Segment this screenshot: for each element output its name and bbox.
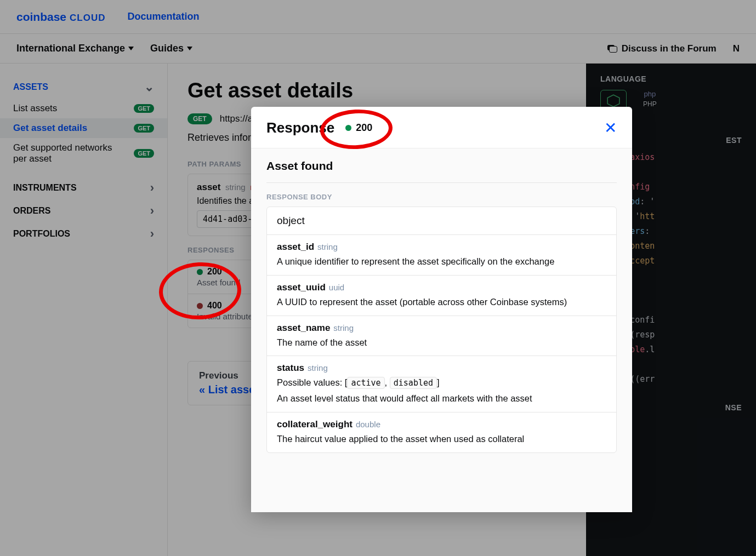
- schema-type: object: [267, 207, 616, 235]
- prop-desc: The name of the asset: [277, 336, 606, 349]
- modal-status-code: 200: [345, 122, 372, 134]
- sidebar-item-list-assets[interactable]: List assets GET: [0, 99, 167, 118]
- sidebar-section-instruments[interactable]: INSTRUMENTS ›: [0, 176, 167, 199]
- php-icon: php: [644, 90, 656, 98]
- modal-title: Response: [266, 119, 334, 136]
- logo-sub: CLOUD: [70, 13, 105, 24]
- method-badge: GET: [134, 149, 154, 158]
- prop-desc: A UUID to represent the asset (portable …: [277, 295, 606, 309]
- prop-enum: Possible values: [active, disabled]: [277, 376, 606, 389]
- logo-main: coinbase: [16, 10, 66, 24]
- caret-down-icon: [187, 47, 192, 50]
- forum-link[interactable]: Discuss in the Forum: [607, 43, 717, 54]
- chevron-right-icon: ›: [150, 227, 154, 241]
- method-pill: GET: [187, 113, 212, 124]
- schema-prop: statusstringPossible values: [active, di…: [267, 356, 616, 412]
- method-badge: GET: [134, 104, 154, 113]
- top-header: coinbase CLOUD Documentation: [0, 0, 756, 34]
- language-label: LANGUAGE: [600, 74, 742, 83]
- schema-prop: asset_namestringThe name of the asset: [267, 316, 616, 357]
- sidebar-section-portfolios[interactable]: PORTFOLIOS ›: [0, 222, 167, 245]
- prop-desc: A unique identifier to represent the ass…: [277, 255, 606, 268]
- schema-prop: collateral_weightdoubleThe haircut value…: [267, 412, 616, 452]
- prop-type: uuid: [329, 283, 344, 292]
- status-dot-green: [345, 125, 351, 131]
- prop-type: string: [333, 323, 354, 333]
- nav-cut-right: N: [733, 43, 740, 54]
- sidebar-section-assets[interactable]: ASSETS ⌄: [0, 76, 167, 99]
- sidebar-section-orders[interactable]: ORDERS ›: [0, 199, 167, 222]
- caret-down-icon: [128, 47, 134, 50]
- nav-international-exchange[interactable]: International Exchange: [16, 43, 134, 54]
- page-title: Get asset details: [187, 79, 566, 102]
- logo[interactable]: coinbase CLOUD: [16, 10, 106, 24]
- param-type: string: [225, 182, 246, 192]
- schema-prop: asset_idstringA unique identifier to rep…: [267, 235, 616, 276]
- nav-guides[interactable]: Guides: [150, 43, 192, 54]
- chevron-right-icon: ›: [150, 181, 154, 195]
- modal-body: Asset found RESPONSE BODY object asset_i…: [251, 148, 632, 512]
- node-icon: [606, 94, 621, 108]
- status-dot-red: [197, 303, 203, 309]
- modal-subtitle: Asset found: [266, 159, 617, 183]
- prop-type: string: [308, 363, 328, 372]
- sub-header: International Exchange Guides Discuss in…: [0, 34, 756, 64]
- forum-icon: [607, 45, 617, 53]
- param-name: asset: [197, 182, 220, 192]
- prop-name: collateral_weight: [277, 419, 353, 429]
- prop-name: asset_uuid: [277, 282, 326, 293]
- prop-name: status: [277, 363, 304, 373]
- response-body-label: RESPONSE BODY: [266, 193, 617, 201]
- prop-desc: The haircut value applied to the asset w…: [277, 432, 606, 446]
- prop-name: asset_name: [277, 323, 330, 333]
- prop-type: string: [317, 242, 338, 251]
- method-badge: GET: [134, 124, 154, 133]
- prop-type: double: [356, 420, 380, 429]
- sidebar: ASSETS ⌄ List assets GET Get asset detai…: [0, 64, 168, 556]
- chevron-down-icon: ⌄: [144, 80, 154, 94]
- svg-marker-0: [607, 95, 619, 107]
- status-dot-green: [197, 269, 203, 275]
- documentation-link[interactable]: Documentation: [128, 11, 200, 22]
- schema-prop: asset_uuiduuidA UUID to represent the as…: [267, 276, 616, 316]
- chevron-right-icon: ›: [150, 204, 154, 218]
- prop-desc: An asset level status that would affect …: [277, 392, 606, 405]
- modal-header: Response 200 ✕: [251, 107, 632, 148]
- response-modal: Response 200 ✕ Asset found RESPONSE BODY…: [251, 107, 632, 512]
- sidebar-item-get-asset-details[interactable]: Get asset details GET: [0, 118, 167, 138]
- sidebar-item-supported-networks[interactable]: Get supported networks per asset GET: [0, 138, 167, 169]
- close-icon[interactable]: ✕: [604, 119, 617, 137]
- prop-name: asset_id: [277, 242, 314, 252]
- lang-button-php[interactable]: php PHP: [643, 90, 657, 122]
- schema-box: object asset_idstringA unique identifier…: [266, 207, 617, 453]
